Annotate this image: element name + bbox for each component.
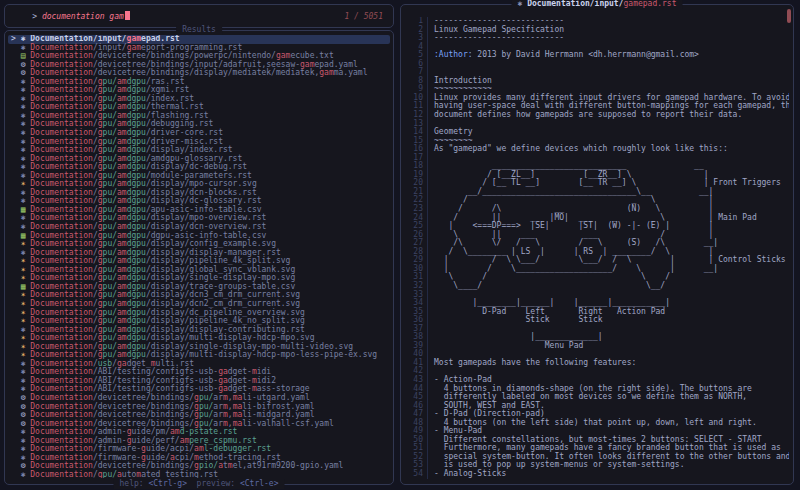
preview-panel: ✱ Documentation/input/gamepad.rst 1-----… bbox=[400, 4, 794, 485]
line-number: 5 bbox=[405, 51, 428, 60]
result-row[interactable]: ✱ Documentation/gpu/automated_testing.rs… bbox=[8, 471, 390, 478]
line-number: 2 bbox=[405, 26, 428, 35]
line-number: 8 bbox=[405, 77, 428, 86]
preview-text: \____/ \__/ bbox=[434, 282, 665, 291]
preview-line: 39 Menu Pad bbox=[405, 342, 789, 351]
line-number: 6 bbox=[405, 60, 428, 69]
line-number: 1 bbox=[405, 17, 428, 26]
path-segment: uto bbox=[122, 470, 136, 478]
match-counter: 1 / 5051 bbox=[344, 12, 383, 21]
preview-label: preview: bbox=[197, 479, 236, 488]
preview-text: --------------------------- bbox=[434, 34, 564, 43]
preview-title: ✱ Documentation/input/gamepad.rst bbox=[512, 0, 683, 9]
preview-line: 36 Stick Stick bbox=[405, 316, 789, 325]
preview-line: 5:Author: 2013 by David Herrmann <dh.her… bbox=[405, 51, 789, 60]
help-key-ctrl-g: <Ctrl-g> bbox=[148, 479, 187, 488]
line-number: 54 bbox=[405, 470, 428, 479]
preview-text: 4 buttons (on the left side) that point … bbox=[434, 419, 757, 428]
path-segment: pu/ bbox=[103, 470, 117, 478]
preview-title-dir: Documentation/input/ bbox=[527, 0, 623, 8]
preview-line: 6 bbox=[405, 60, 789, 69]
path-segment: li-valhall-csf.yaml bbox=[242, 419, 334, 428]
preview-scrollbar-thumb[interactable] bbox=[787, 9, 791, 23]
help-hint: help: <Ctrl-g> preview: <Ctrl-e> bbox=[114, 479, 285, 489]
preview-line: 41Most gamepads have the following featu… bbox=[405, 359, 789, 368]
help-key-ctrl-e: <Ctrl-e> bbox=[240, 479, 279, 488]
text-cursor bbox=[125, 11, 130, 20]
line-number: 7 bbox=[405, 68, 428, 77]
preview-text: :Author: 2013 by David Herrmann <dh.herr… bbox=[434, 51, 699, 60]
preview-text: Menu Pad bbox=[434, 342, 583, 351]
preview-line: 3--------------------------- bbox=[405, 34, 789, 43]
preview-text: Most gamepads have the following feature… bbox=[434, 359, 636, 368]
help-label: help: bbox=[120, 479, 144, 488]
preview-line: 16As "gamepad" we define devices which r… bbox=[405, 145, 789, 154]
line-number: 3 bbox=[405, 34, 428, 43]
preview-text: Stick Stick bbox=[434, 316, 603, 325]
rst-field-name: :Author: bbox=[434, 50, 473, 59]
path-segment: Documentation bbox=[30, 470, 93, 478]
rst-file-icon: ✱ bbox=[21, 471, 31, 478]
results-panel: Results > ✱ Documentation/input/gamepad.… bbox=[4, 30, 394, 485]
preview-line: 54- Analog-Sticks bbox=[405, 470, 789, 479]
results-list[interactable]: > ✱ Documentation/input/gamepad.rst ✱ Do… bbox=[8, 35, 390, 478]
results-panel-title: Results bbox=[176, 25, 222, 35]
preview-content[interactable]: 1---------------------------2Linux Gamep… bbox=[405, 17, 789, 482]
row-indent bbox=[11, 470, 21, 478]
preview-text: - Analog-Sticks bbox=[434, 470, 506, 479]
line-number: 4 bbox=[405, 43, 428, 52]
preview-title-file: gamepad.rst bbox=[624, 0, 677, 8]
preview-line: 32 \____/ \__/ bbox=[405, 282, 789, 291]
preview-text: As "gamepad" we define devices which rou… bbox=[434, 145, 728, 154]
path-segment: ma.yaml bbox=[334, 68, 368, 77]
path-segment: ated_testing.rst bbox=[141, 470, 218, 478]
preview-text: document defines how gamepads are suppos… bbox=[434, 111, 742, 120]
path-segment: el,at91rm9200-gpio.yaml bbox=[233, 461, 344, 470]
path-segment: gam bbox=[319, 68, 333, 77]
search-query-text[interactable]: documentation gam bbox=[42, 12, 124, 21]
preview-line: 12document defines how gamepads are supp… bbox=[405, 111, 789, 120]
